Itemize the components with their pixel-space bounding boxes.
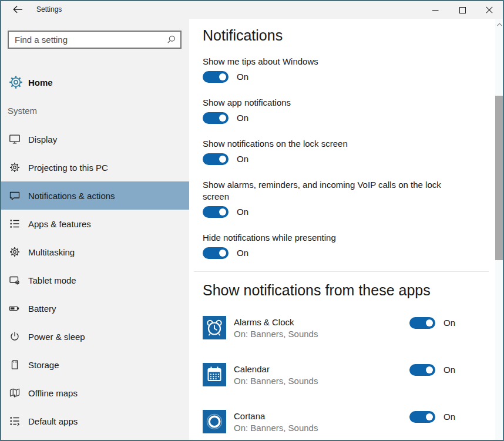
- toggle-cortana[interactable]: [409, 411, 435, 423]
- toggle-label-tips: Show me tips about Windows: [203, 56, 461, 68]
- maximize-icon: [459, 7, 466, 14]
- battery-icon: [9, 302, 21, 314]
- window-controls: [422, 1, 503, 19]
- sidebar-nav: Display Projecting to this PC Notificati…: [0, 125, 189, 441]
- sidebar-item-offline-maps[interactable]: Offline maps: [0, 379, 189, 407]
- toggle-label-hide-presenting: Hide notifications while presenting: [203, 232, 461, 244]
- sidebar-home-label: Home: [28, 78, 53, 87]
- sidebar-item-tablet-mode[interactable]: Tablet mode: [0, 266, 189, 294]
- toggle-alarms-clock[interactable]: [409, 317, 435, 329]
- display-icon: [9, 133, 21, 145]
- scrollbar-thumb[interactable]: [495, 96, 504, 260]
- sidebar-item-notifications[interactable]: Notifications & actions: [0, 181, 189, 210]
- back-arrow-icon: [13, 5, 23, 14]
- apps-section-title: Show notifications from these apps: [203, 282, 431, 299]
- tablet-touch-icon: [9, 274, 21, 286]
- list-icon: [9, 218, 21, 230]
- chevron-up-icon: [497, 23, 502, 26]
- title-bar: Settings: [0, 0, 504, 19]
- map-download-icon: [9, 387, 21, 399]
- back-button[interactable]: [7, 1, 28, 18]
- sidebar-item-default-apps[interactable]: Default apps: [0, 407, 189, 435]
- search-icon[interactable]: [166, 35, 176, 45]
- default-apps-icon: [9, 415, 21, 427]
- sidebar-item-apps-features[interactable]: Apps & features: [0, 210, 189, 238]
- app-row-calendar: Calendar On: Banners, Sounds On: [189, 363, 495, 389]
- gear-icon: [9, 246, 21, 258]
- sidebar-item-multitasking[interactable]: Multitasking: [0, 238, 189, 266]
- toggle-hide-presenting-state: On: [237, 247, 248, 259]
- home-gear-icon: [8, 74, 24, 90]
- window-title: Settings: [36, 0, 62, 19]
- app-row-alarms-clock: Alarms & Clock On: Banners, Sounds On: [189, 316, 495, 342]
- toggle-label-lock-screen: Show notifications on the lock screen: [203, 138, 461, 150]
- toggle-hide-presenting[interactable]: [203, 247, 229, 259]
- toggle-label-app-notifications: Show app notifications: [203, 97, 461, 109]
- sidebar-item-storage[interactable]: Storage: [0, 351, 189, 379]
- sidebar-item-home[interactable]: Home: [0, 72, 189, 93]
- page-title: Notifications: [203, 27, 283, 44]
- sidebar-item-about[interactable]: About: [0, 435, 189, 441]
- close-icon: [486, 6, 493, 14]
- close-button[interactable]: [476, 1, 503, 19]
- toggle-alarms-clock-state: On: [443, 317, 455, 329]
- toggle-lock-screen-state: On: [237, 153, 248, 165]
- toggle-calendar-state: On: [443, 364, 455, 376]
- sidebar-item-battery[interactable]: Battery: [0, 294, 189, 322]
- power-icon: [9, 331, 21, 342]
- settings-window: Settings: [0, 0, 504, 441]
- sidebar: Home System Display Projecting to this P…: [0, 19, 189, 441]
- toggle-app-notifications-state: On: [237, 112, 248, 124]
- maximize-button[interactable]: [449, 1, 476, 19]
- minimize-icon: [432, 7, 439, 14]
- minimize-button[interactable]: [422, 1, 449, 19]
- sidebar-item-projecting[interactable]: Projecting to this PC: [0, 153, 189, 181]
- toggle-alarms-voip-state: On: [237, 206, 248, 218]
- toggle-lock-screen[interactable]: [203, 153, 229, 165]
- sidebar-item-power-sleep[interactable]: Power & sleep: [0, 322, 189, 351]
- cortana-app-icon: [203, 410, 226, 433]
- vertical-scrollbar[interactable]: [495, 19, 504, 441]
- toggle-label-alarms-voip: Show alarms, reminders, and incoming VoI…: [203, 179, 461, 203]
- sidebar-section-label: System: [8, 106, 37, 116]
- toggle-tips[interactable]: [203, 71, 229, 83]
- search-box: [8, 31, 182, 49]
- chat-bubble-icon: [9, 190, 21, 201]
- app-row-cortana: Cortana On: Banners, Sounds On: [189, 410, 495, 436]
- scroll-up-button[interactable]: [495, 20, 504, 29]
- sidebar-item-display[interactable]: Display: [0, 125, 189, 153]
- main-content: Notifications Show me tips about Windows…: [189, 19, 495, 441]
- search-input[interactable]: [9, 32, 180, 48]
- toggle-calendar[interactable]: [409, 364, 435, 376]
- storage-card-icon: [9, 359, 21, 371]
- toggle-cortana-state: On: [443, 411, 455, 423]
- toggle-app-notifications[interactable]: [203, 112, 229, 124]
- toggle-tips-state: On: [237, 71, 248, 83]
- calendar-app-icon: [203, 363, 226, 386]
- section-divider: [194, 271, 489, 272]
- toggle-alarms-voip[interactable]: [203, 206, 229, 218]
- alarms-clock-app-icon: [203, 316, 226, 339]
- gear-icon: [9, 161, 21, 173]
